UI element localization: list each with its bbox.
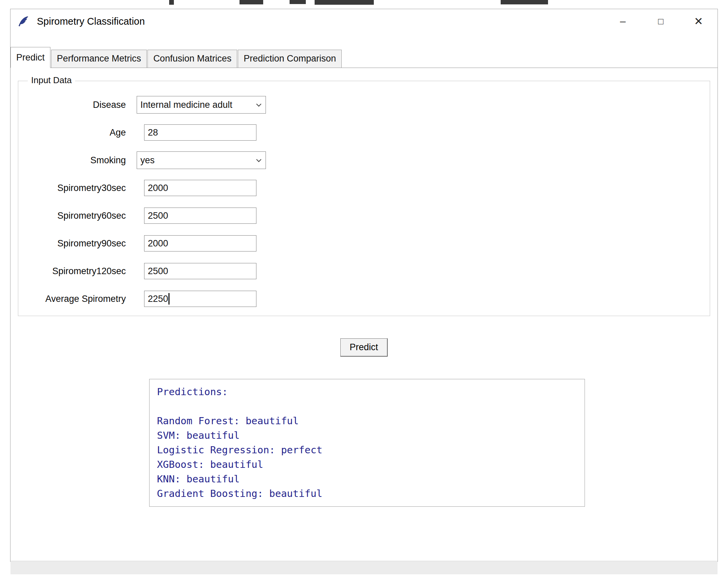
form-row-spirometry120: Spirometry120sec 2500 [18, 262, 710, 280]
tab-prediction-comparison[interactable]: Prediction Comparison [238, 50, 342, 68]
average-spirometry-input-value: 2250 [148, 294, 168, 304]
clipped-background-text [169, 0, 174, 5]
bottom-strip [10, 561, 718, 574]
spirometry90-label: Spirometry90sec [18, 238, 126, 249]
disease-label: Disease [18, 100, 126, 110]
predict-tab-pane: Input Data Disease Internal medicine adu… [10, 81, 718, 574]
smoking-combobox[interactable]: yes [137, 151, 266, 169]
spirometry60-label: Spirometry60sec [18, 211, 126, 221]
age-label: Age [18, 127, 126, 138]
clipped-background-text [315, 0, 374, 5]
python-feather-icon [17, 15, 29, 27]
form-row-average-spirometry: Average Spirometry 2250 [18, 290, 710, 308]
form-row-spirometry30: Spirometry30sec 2000 [18, 179, 710, 197]
smoking-label: Smoking [18, 155, 126, 166]
input-data-groupbox: Input Data Disease Internal medicine adu… [18, 81, 710, 316]
average-spirometry-label: Average Spirometry [18, 294, 126, 304]
spirometry120-input[interactable]: 2500 [144, 263, 256, 279]
window-controls: – □ ✕ [604, 9, 718, 33]
maximize-button[interactable]: □ [642, 9, 680, 33]
tab-performance-metrics[interactable]: Performance Metrics [51, 50, 147, 68]
disease-combobox[interactable]: Internal medicine adult [137, 96, 266, 114]
age-input-value: 28 [148, 127, 158, 138]
disease-combobox-value: Internal medicine adult [140, 100, 252, 110]
spirometry30-input-value: 2000 [148, 183, 168, 193]
text-cursor [168, 293, 169, 305]
spirometry60-input-value: 2500 [148, 211, 168, 221]
clipped-background-text [240, 0, 263, 4]
form-row-spirometry60: Spirometry60sec 2500 [18, 207, 710, 224]
spirometry90-input[interactable]: 2000 [144, 235, 256, 251]
form-row-spirometry90: Spirometry90sec 2000 [18, 235, 710, 252]
clipped-background-text [501, 0, 548, 4]
predictions-output[interactable]: Predictions: Random Forest: beautiful SV… [149, 379, 585, 507]
smoking-combobox-value: yes [140, 155, 252, 166]
spirometry30-input[interactable]: 2000 [144, 180, 256, 196]
form-row-smoking: Smoking yes [18, 151, 710, 169]
age-input[interactable]: 28 [144, 124, 256, 141]
spirometry120-label: Spirometry120sec [18, 266, 126, 277]
tab-bar: Predict Performance Metrics Confusion Ma… [10, 48, 718, 68]
window-title: Spirometry Classification [37, 16, 145, 27]
tab-confusion-matrices[interactable]: Confusion Matrices [147, 50, 237, 68]
form-row-age: Age 28 [18, 124, 710, 141]
spirometry120-input-value: 2500 [148, 266, 168, 277]
predict-button-row: Predict [10, 338, 718, 357]
minimize-button[interactable]: – [604, 9, 642, 33]
app-window: Spirometry Classification – □ ✕ Predict … [10, 9, 718, 562]
output-area-wrap: Predictions: Random Forest: beautiful SV… [149, 379, 718, 507]
form-row-disease: Disease Internal medicine adult [18, 96, 710, 114]
chevron-down-icon[interactable] [252, 152, 266, 169]
average-spirometry-input[interactable]: 2250 [144, 291, 256, 307]
spirometry90-input-value: 2000 [148, 238, 168, 249]
chevron-down-icon[interactable] [252, 96, 266, 113]
close-button[interactable]: ✕ [680, 9, 718, 33]
spirometry60-input[interactable]: 2500 [144, 208, 256, 224]
spirometry30-label: Spirometry30sec [18, 183, 126, 193]
clipped-background-text [290, 0, 306, 4]
predict-button[interactable]: Predict [340, 338, 387, 357]
groupbox-legend: Input Data [28, 75, 75, 86]
title-bar[interactable]: Spirometry Classification – □ ✕ [10, 9, 718, 33]
tab-predict[interactable]: Predict [10, 47, 50, 68]
